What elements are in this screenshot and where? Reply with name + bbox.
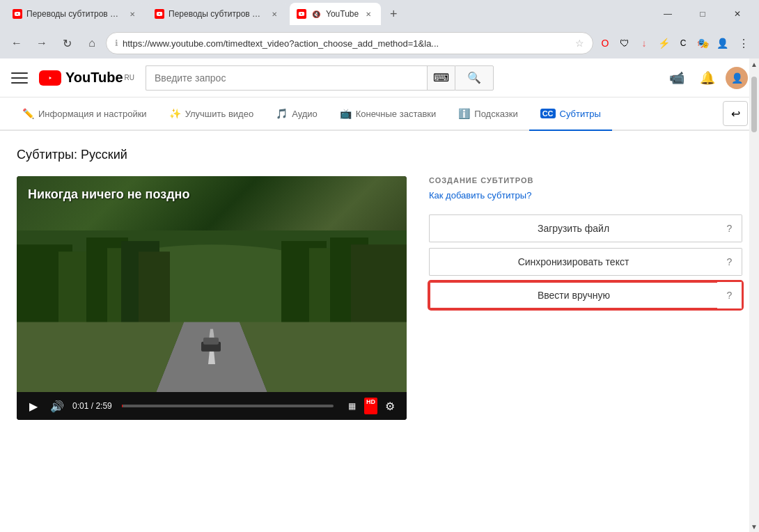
play-button[interactable]: ▶ [25, 398, 42, 414]
subtitles-toggle[interactable]: ▦ [343, 398, 360, 414]
browser-menu-button[interactable]: ⋮ [734, 33, 753, 53]
tab-1-title: Переводы субтитров и метадан... [26, 9, 123, 19]
manual-entry-group: Ввести вручную ? [429, 281, 742, 309]
manual-entry-button[interactable]: Ввести вручную [429, 281, 717, 309]
tab-3-close[interactable]: ✕ [363, 8, 374, 19]
youtube-wordmark: YouTube [65, 70, 123, 86]
new-tab-button[interactable]: + [384, 4, 403, 24]
ext-download-icon[interactable]: ↓ [635, 34, 653, 52]
browser-tab-1[interactable]: Переводы субтитров и метадан... ✕ [6, 3, 145, 25]
video-thumbnail: Никогда ничего не поздно [17, 176, 407, 392]
video-controls: ▶ 🔊 0:01 / 2:59 ▦ HD ⚙ [17, 392, 407, 420]
volume-button[interactable]: 🔊 [49, 398, 65, 414]
home-button[interactable]: ⌂ [81, 32, 103, 54]
url-display: https://www.youtube.com/timedtext_video?… [123, 38, 571, 49]
sync-help-button[interactable]: ? [717, 248, 742, 276]
tab-improve[interactable]: ✨ Улучшить видео [158, 97, 265, 131]
svg-rect-16 [203, 337, 219, 344]
ext-addon3-icon[interactable]: 🎭 [694, 34, 712, 52]
back-button[interactable]: ← [6, 32, 28, 54]
youtube-logo-icon [39, 70, 61, 86]
pencil-icon: ✏️ [22, 108, 34, 119]
help-link[interactable]: Как добавить субтитры? [429, 190, 742, 201]
tab-2-favicon [155, 9, 164, 19]
page-subtitle: Субтитры: Русский [17, 148, 742, 162]
scrollbar-down-button[interactable]: ▼ [749, 521, 759, 532]
manual-help-button[interactable]: ? [717, 281, 742, 309]
sync-text-group: Синхронизировать текст ? [429, 248, 742, 276]
tab-3-favicon [297, 9, 306, 19]
minimize-button[interactable]: — [652, 3, 684, 25]
header-actions: 📹 🔔 👤 [664, 65, 748, 91]
forward-button[interactable]: → [31, 32, 53, 54]
settings-button[interactable]: ⚙ [382, 398, 398, 414]
sync-text-button[interactable]: Синхронизировать текст [429, 248, 717, 276]
time-current: 0:01 / 2:59 [72, 401, 112, 411]
browser-extensions: O 🛡 ↓ ⚡ C 🎭 👤 [596, 34, 731, 52]
video-ctrl-right: ▦ HD ⚙ [343, 398, 398, 414]
tab-end-screens[interactable]: 📺 Конечные заставки [329, 97, 448, 131]
ext-addon1-icon[interactable]: ⚡ [655, 34, 673, 52]
lock-icon: ℹ [115, 38, 118, 48]
refresh-button[interactable]: ↻ [56, 32, 78, 54]
user-avatar[interactable]: 👤 [726, 67, 748, 89]
close-button[interactable]: ✕ [721, 3, 753, 25]
tab-improve-label: Улучшить видео [185, 109, 254, 119]
window-controls: — □ ✕ [652, 3, 753, 25]
search-input[interactable] [146, 65, 427, 91]
ext-user-icon[interactable]: 👤 [713, 34, 731, 52]
browser-tab-3[interactable]: 🔇 YouTube ✕ [290, 3, 381, 25]
tab-subtitles-label: Субтитры [560, 109, 601, 119]
ext-shield-icon[interactable]: 🛡 [616, 34, 634, 52]
address-bar[interactable]: ℹ https://www.youtube.com/timedtext_vide… [106, 32, 593, 54]
progress-bar[interactable] [122, 405, 334, 407]
music-icon: 🎵 [276, 108, 288, 119]
scrollbar-thumb[interactable] [751, 77, 757, 132]
tab-2-close[interactable]: ✕ [269, 8, 280, 19]
sparkle-icon: ✨ [169, 108, 181, 119]
tab-audio[interactable]: 🎵 Аудио [265, 97, 329, 131]
search-button[interactable]: 🔍 [455, 65, 494, 91]
back-to-video-button[interactable]: ↩ [723, 101, 748, 126]
maximize-button[interactable]: □ [687, 3, 719, 25]
svg-marker-18 [240, 322, 407, 392]
tab-3-mute-icon: 🔇 [311, 8, 322, 19]
ext-addon2-icon[interactable]: C [674, 34, 692, 52]
tab-1-close[interactable]: ✕ [127, 8, 138, 19]
scrollbar-up-button[interactable]: ▲ [749, 58, 759, 70]
progress-fill [122, 405, 123, 407]
content-area: Никогда ничего не поздно [17, 176, 742, 420]
search-bar: ⌨ 🔍 [146, 65, 494, 91]
info-icon: ℹ️ [458, 108, 470, 119]
editor-nav-tabs: ✏️ Информация и настройки ✨ Улучшить вид… [0, 97, 759, 131]
tab-info-label: Информация и настройки [38, 109, 147, 119]
youtube-logo[interactable]: YouTubeRU [39, 70, 134, 86]
endscreen-icon: 📺 [340, 108, 352, 119]
video-title: Никогда ничего не поздно [28, 187, 190, 202]
ext-opera-icon[interactable]: O [596, 34, 614, 52]
tab-hints-label: Подсказки [474, 109, 517, 119]
tab-2-title: Переводы субтитров и метадан... [169, 9, 265, 19]
upload-file-button[interactable]: Загрузить файл [429, 214, 717, 242]
upload-file-group: Загрузить файл ? [429, 214, 742, 242]
video-player: Никогда ничего не поздно [17, 176, 407, 420]
youtube-country: RU [125, 74, 134, 81]
svg-marker-17 [17, 322, 184, 392]
bookmark-icon[interactable]: ☆ [575, 38, 584, 49]
tab-info[interactable]: ✏️ Информация и настройки [11, 97, 158, 131]
youtube-header: YouTubeRU ⌨ 🔍 📹 🔔 👤 [0, 58, 759, 97]
video-scene-svg [17, 230, 407, 393]
notifications-icon[interactable]: 🔔 [695, 65, 720, 91]
cc-icon: CC [540, 109, 556, 118]
keyboard-icon: ⌨ [427, 65, 455, 91]
tab-3-title: YouTube [326, 9, 359, 19]
tab-subtitles[interactable]: CC Субтитры [529, 97, 612, 131]
browser-tab-2[interactable]: Переводы субтитров и метадан... ✕ [148, 3, 287, 25]
tab-hints[interactable]: ℹ️ Подсказки [447, 97, 529, 131]
hamburger-menu[interactable] [11, 70, 28, 86]
tab-audio-label: Аудио [292, 109, 318, 119]
title-bar: Переводы субтитров и метадан... ✕ Перево… [0, 0, 759, 28]
upload-help-button[interactable]: ? [717, 214, 742, 242]
tab-1-favicon [13, 9, 22, 19]
upload-video-icon[interactable]: 📹 [664, 65, 689, 91]
